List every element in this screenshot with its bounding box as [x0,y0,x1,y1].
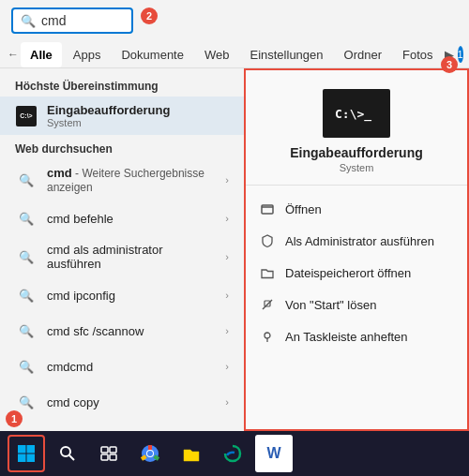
search-input-wrapper[interactable]: 🔍 [11,7,133,34]
web-result-3[interactable]: 🔍 cmd ipconfig › [0,277,244,313]
search-bar-area: 🔍 [0,0,469,41]
svg-point-18 [147,451,153,456]
action-fileopen-label: Dateispeicherort öffnen [285,266,411,280]
web-result-4[interactable]: 🔍 cmd sfc /scannow › [0,313,244,349]
word-button[interactable]: W [255,435,293,472]
unpin-icon [259,296,276,313]
actions-list: Öffnen Als Administrator ausführen [246,185,467,360]
web-result-text-0: cmd - Weitere Suchergebnisse anzeigen [47,166,216,194]
svg-rect-14 [101,454,108,460]
action-unpin-start[interactable]: Von "Start" lösen [246,289,467,320]
search-icon-4: 🔍 [15,320,38,342]
pin-icon [259,328,276,345]
top-result-label: Eingabeaufforderung [47,103,229,117]
web-result-text-4: cmd sfc /scannow [47,324,216,338]
tab-back-button[interactable]: ← [8,41,19,67]
main-content: Höchste Übereinstimmung C:\> Eingabeauff… [0,68,469,431]
tab-ellipsis-button[interactable]: ··· [465,45,469,65]
cmd-icon-large: C:\>_ [323,89,390,138]
web-result-5[interactable]: 🔍 cmdcmd › [0,349,244,384]
tab-einstellungen[interactable]: Einstellungen [240,42,332,67]
top-result-sub: System [47,117,229,128]
tab-ordner[interactable]: Ordner [335,42,391,67]
right-panel: C:\>_ Eingabeaufforderung System Öffnen [244,68,469,431]
app-preview: C:\>_ Eingabeaufforderung System [246,70,467,185]
action-admin-label: Als Administrator ausführen [285,234,434,248]
search-overlay: 🔍 ← Alle Apps Dokumente Web Einstellunge… [0,0,469,431]
svg-rect-6 [18,445,26,454]
tab-all[interactable]: Alle [21,42,62,67]
app-name: Eingabeaufforderung [290,145,423,160]
action-unpin-start-label: Von "Start" lösen [285,298,376,312]
cmd-icon-top: C:\> [15,105,38,127]
arrow-6: › [225,396,229,408]
svg-rect-12 [101,447,108,453]
arrow-4: › [225,325,229,336]
svg-rect-8 [18,454,26,463]
folder-icon [259,264,276,281]
filter-tabs: ← Alle Apps Dokumente Web Einstellungen … [0,41,469,68]
tab-apps[interactable]: Apps [64,42,111,67]
web-result-6[interactable]: 🔍 cmd copy › [0,384,244,420]
top-result-item[interactable]: C:\> Eingabeaufforderung System [0,97,244,135]
search-input[interactable] [41,13,126,28]
annotation-2: 2 [141,7,158,24]
web-result-text-1: cmd befehle [47,212,216,226]
action-admin[interactable]: Als Administrator ausführen [246,225,467,257]
web-section-title: Web durchsuchen [0,135,244,159]
shield-icon [259,232,276,249]
tab-web[interactable]: Web [195,42,239,67]
web-result-text-2: cmd als administrator ausführen [47,243,216,271]
action-pin-taskbar[interactable]: An Taskleiste anheften [246,320,467,352]
arrow-0: › [225,174,229,186]
web-result-text-5: cmdcmd [47,360,216,374]
action-pin-taskbar-label: An Taskleiste anheften [285,330,408,344]
start-button[interactable] [8,435,45,472]
svg-line-11 [69,455,74,460]
left-panel: Höchste Übereinstimmung C:\> Eingabeauff… [0,68,244,431]
search-taskbar-button[interactable] [49,435,86,472]
open-icon [259,201,276,217]
svg-rect-13 [110,447,116,453]
web-result-1[interactable]: 🔍 cmd befehle › [0,201,244,236]
web-result-2[interactable]: 🔍 cmd als administrator ausführen › [0,236,244,277]
web-result-text-6: cmd copy [47,395,216,409]
tab-dokumente[interactable]: Dokumente [112,42,192,67]
search-icon-0: 🔍 [15,169,38,191]
arrow-2: › [225,251,229,262]
search-icon-6: 🔍 [15,391,38,413]
search-icon-1: 🔍 [15,207,38,230]
arrow-1: › [225,213,229,224]
search-icon: 🔍 [21,14,36,28]
taskbar: W [0,431,469,476]
svg-rect-7 [27,445,36,454]
search-icon-5: 🔍 [15,355,38,378]
annotation-1: 1 [6,410,23,427]
action-fileopen[interactable]: Dateispeicherort öffnen [246,257,467,289]
top-result-text: Eingabeaufforderung System [47,103,229,128]
explorer-button[interactable] [173,435,210,472]
search-icon-2: 🔍 [15,245,38,268]
search-icon-3: 🔍 [15,284,38,306]
chrome-button[interactable] [131,435,169,472]
taskview-button[interactable] [90,435,128,472]
edge-button[interactable] [214,435,251,472]
tab-fotos[interactable]: Fotos [393,42,443,67]
web-result-0[interactable]: 🔍 cmd - Weitere Suchergebnisse anzeigen … [0,159,244,201]
app-category: System [340,162,374,173]
tab-badge: 1 [458,46,463,63]
svg-text:C:\>_: C:\>_ [335,107,371,122]
action-open[interactable]: Öffnen [246,193,467,225]
svg-rect-15 [110,454,116,460]
svg-point-10 [61,447,70,456]
action-open-label: Öffnen [285,202,322,216]
web-result-7[interactable]: 🔍 cmd del › [0,420,244,431]
annotation-3: 3 [441,56,458,73]
arrow-3: › [225,290,229,301]
svg-rect-9 [27,454,36,463]
svg-point-4 [265,333,270,338]
top-match-title: Höchste Übereinstimmung [0,76,244,97]
web-result-text-3: cmd ipconfig [47,289,216,303]
arrow-5: › [225,361,229,372]
